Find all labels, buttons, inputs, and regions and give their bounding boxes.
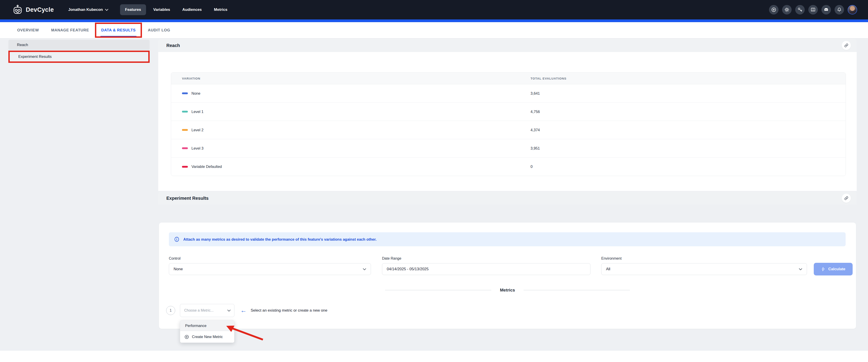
calculate-button-label: Calculate <box>828 267 845 271</box>
navbar-actions <box>769 5 857 14</box>
divider-line <box>385 290 491 290</box>
table-row: Level 2 4,374 <box>171 121 846 139</box>
variation-color-dash <box>182 111 188 112</box>
sidebar-item-experiment-results[interactable]: Experiment Results <box>8 51 150 63</box>
choose-metric-select[interactable]: Choose a Metric... <box>180 304 235 317</box>
table-row: Variable Defaulted 0 <box>171 158 846 176</box>
info-icon <box>174 236 180 242</box>
total-evaluations-value: 3,641 <box>530 91 540 96</box>
table-row: Level 3 3,951 <box>171 139 846 158</box>
chevron-down-icon <box>363 268 366 270</box>
tab-data-results-label: DATA & RESULTS <box>101 28 135 33</box>
variation-name: Level 3 <box>191 146 204 151</box>
sidebar-item-reach-label: Reach <box>17 43 28 47</box>
tab-data-results[interactable]: DATA & RESULTS <box>100 22 136 38</box>
primary-nav: Features Variables Audiences Metrics <box>120 4 232 15</box>
date-range-value: 04/14/2025 - 05/13/2025 <box>387 267 429 271</box>
devcycle-logo-icon <box>13 5 23 15</box>
lightning-bolt-icon <box>821 267 826 271</box>
reach-section-header: Reach <box>158 39 857 52</box>
environment-select-value: All <box>606 267 610 271</box>
brand[interactable]: DevCycle <box>13 5 54 15</box>
variation-name: Variable Defaulted <box>191 165 222 169</box>
plus-circle-icon <box>184 334 189 339</box>
nav-item-features[interactable]: Features <box>120 4 146 15</box>
project-switcher[interactable]: Jonathan Kubecon <box>65 5 112 15</box>
table-row: None 3,641 <box>171 84 846 103</box>
link-icon <box>844 43 848 47</box>
discord-button[interactable] <box>822 5 831 14</box>
column-total-evaluations: TOTAL EVALUATIONS <box>530 77 566 80</box>
calculate-button[interactable]: Calculate <box>814 263 852 275</box>
chevron-down-icon <box>227 309 230 311</box>
variation-name: None <box>191 91 200 96</box>
divider-line <box>524 290 630 290</box>
info-banner-text: Attach as many metrics as desired to val… <box>183 237 377 241</box>
sidebar-item-experiment-results-label: Experiment Results <box>18 55 52 59</box>
metric-hint-text: Select an existing metric or create a ne… <box>251 308 327 313</box>
metric-dropdown-menu: Performance Create New Metric <box>180 320 235 343</box>
bottom-strip <box>0 351 868 362</box>
key-icon <box>797 7 803 12</box>
tab-audit-log[interactable]: AUDIT LOG <box>147 22 171 38</box>
variation-color-dash <box>182 92 188 94</box>
metric-index-badge: 1 <box>166 306 175 315</box>
nav-item-metrics[interactable]: Metrics <box>209 4 232 15</box>
gear-icon <box>784 7 789 12</box>
variation-color-dash <box>182 147 188 149</box>
metrics-heading: Metrics <box>500 288 515 293</box>
tab-manage-feature[interactable]: MANAGE FEATURE <box>50 22 90 38</box>
total-evaluations-value: 4,374 <box>530 128 540 132</box>
total-evaluations-value: 4,756 <box>530 109 540 114</box>
dropdown-option-create-new-metric-label: Create New Metric <box>192 335 223 339</box>
control-label: Control <box>169 257 181 261</box>
environment-label: Environment <box>601 257 622 261</box>
tab-overview[interactable]: OVERVIEW <box>16 22 40 38</box>
reach-panel: VARIATION TOTAL EVALUATIONS None 3,641 L… <box>158 52 857 191</box>
experiment-results-card: Attach as many metrics as desired to val… <box>159 223 856 329</box>
environment-select[interactable]: All <box>601 263 807 275</box>
date-range-label: Date Range <box>382 257 401 261</box>
tab-overview-label: OVERVIEW <box>17 28 39 33</box>
nav-item-audiences[interactable]: Audiences <box>178 4 207 15</box>
dropdown-option-performance-label: Performance <box>185 324 206 328</box>
total-evaluations-value: 0 <box>530 165 532 169</box>
metric-row: 1 Choose a Metric... ← Select an existin… <box>166 304 327 317</box>
date-range-input[interactable]: 04/14/2025 - 05/13/2025 <box>382 263 590 275</box>
table-row: Level 1 4,756 <box>171 103 846 121</box>
dropdown-option-create-new-metric[interactable]: Create New Metric <box>180 331 234 342</box>
variation-name: Level 2 <box>191 128 204 132</box>
accent-bar <box>0 20 868 22</box>
variation-color-dash <box>182 166 188 168</box>
add-circle-button[interactable] <box>769 5 778 14</box>
experiment-results-permalink-button[interactable] <box>842 194 851 203</box>
info-banner: Attach as many metrics as desired to val… <box>169 232 846 246</box>
reach-table: VARIATION TOTAL EVALUATIONS None 3,641 L… <box>171 72 846 176</box>
sidebar-item-reach[interactable]: Reach <box>8 40 150 50</box>
control-select-value: None <box>174 267 183 271</box>
total-evaluations-value: 3,951 <box>530 146 540 151</box>
bell-icon <box>837 7 842 12</box>
notifications-button[interactable] <box>835 5 844 14</box>
reach-permalink-button[interactable] <box>842 41 851 50</box>
metric-index-number: 1 <box>170 308 172 312</box>
experiment-results-section-title: Experiment Results <box>166 196 209 201</box>
reach-section-title: Reach <box>166 43 180 48</box>
tab-manage-feature-label: MANAGE FEATURE <box>51 28 89 33</box>
metrics-divider: Metrics <box>385 288 630 293</box>
control-select[interactable]: None <box>169 263 371 275</box>
api-keys-button[interactable] <box>795 5 805 14</box>
left-arrow-glyph: ← <box>240 307 247 314</box>
user-avatar[interactable] <box>848 5 857 14</box>
nav-item-variables[interactable]: Variables <box>148 4 175 15</box>
experiment-results-section-header: Experiment Results <box>158 192 857 205</box>
dropdown-option-performance[interactable]: Performance <box>180 321 234 331</box>
page-body: Reach Experiment Results Reach VARIATION <box>0 38 868 351</box>
docs-button[interactable] <box>808 5 818 14</box>
choose-metric-placeholder: Choose a Metric... <box>184 308 214 312</box>
variation-name: Level 1 <box>191 109 204 114</box>
brand-name: DevCycle <box>26 6 54 13</box>
discord-icon <box>823 7 829 13</box>
settings-button[interactable] <box>782 5 792 14</box>
reach-table-header: VARIATION TOTAL EVALUATIONS <box>171 72 846 84</box>
